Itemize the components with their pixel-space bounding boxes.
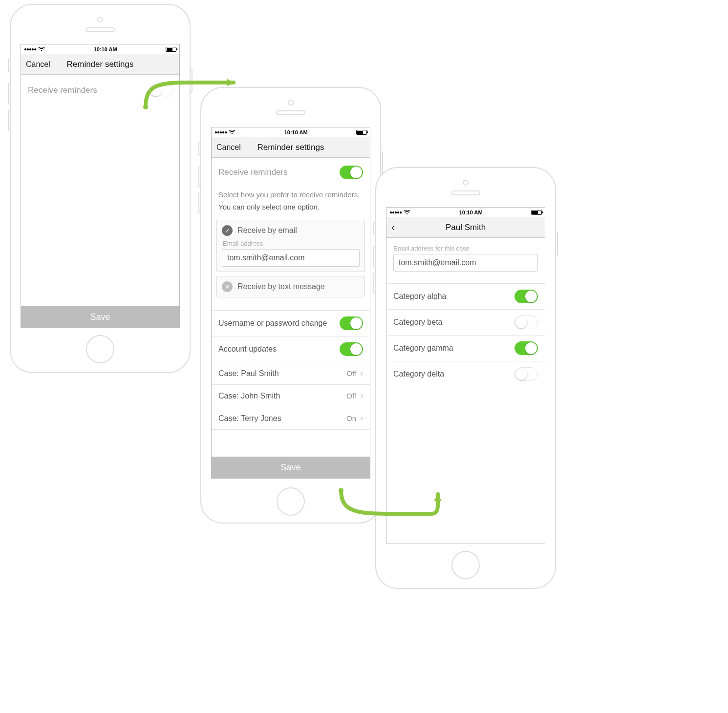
- category-label: Category delta: [393, 370, 444, 378]
- battery-icon: [531, 210, 542, 215]
- category-gamma-toggle[interactable]: [514, 341, 538, 355]
- back-button[interactable]: ‹: [391, 221, 399, 234]
- receive-reminders-row: Receive reminders: [21, 75, 179, 103]
- close-icon: ✕: [222, 281, 233, 292]
- settings-list: Username or password change Account upda…: [212, 310, 370, 430]
- category-label: Category gamma: [393, 344, 453, 353]
- receive-reminders-toggle[interactable]: [340, 166, 363, 179]
- option-sms-title: Receive by text message: [237, 282, 325, 291]
- nav-title: Paul Smith: [386, 223, 545, 232]
- category-row: Category beta: [386, 310, 545, 336]
- signal-dots-icon: ●●●●●: [24, 46, 36, 52]
- toggle-label: Username or password change: [218, 319, 327, 328]
- signal-dots-icon: ●●●●●: [389, 210, 402, 215]
- receive-reminders-toggle[interactable]: [149, 84, 172, 97]
- case-name: Terry Jones: [241, 414, 281, 422]
- phone-frame-2: ●●●●● 10:10 AM Cancel Reminder settings …: [200, 87, 381, 524]
- category-list: Category alpha Category beta Category ga…: [386, 283, 545, 387]
- chevron-right-icon: ›: [360, 391, 363, 401]
- option-email-card[interactable]: ✓ Receive by email Email address: [216, 220, 365, 272]
- status-time: 10:10 AM: [284, 129, 308, 135]
- toggle-account-updates[interactable]: [340, 342, 363, 356]
- home-button[interactable]: [86, 335, 114, 363]
- case-row[interactable]: Case: John Smith Off›: [212, 385, 370, 407]
- wifi-icon: [229, 130, 236, 135]
- signal-dots-icon: ●●●●●: [214, 129, 227, 135]
- case-row[interactable]: Case: Terry Jones On›: [212, 407, 370, 430]
- case-prefix: Case:: [218, 369, 239, 377]
- category-row: Category delta: [386, 361, 545, 387]
- case-name: John Smith: [241, 392, 280, 400]
- receive-reminders-row: Receive reminders: [212, 158, 370, 183]
- email-input[interactable]: [222, 249, 360, 267]
- screen-3: ●●●●● 10:10 AM ‹ Paul Smith Email addres…: [386, 207, 545, 544]
- option-email-title: Receive by email: [237, 226, 297, 235]
- screen-1: ●●●●● 10:10 AM Cancel Reminder settings …: [21, 44, 180, 328]
- receive-reminders-label: Receive reminders: [28, 85, 97, 95]
- category-row: Category gamma: [386, 336, 545, 361]
- case-name: Paul Smith: [241, 369, 278, 377]
- chevron-right-icon: ›: [360, 413, 363, 423]
- case-row[interactable]: Case: Paul Smith Off›: [212, 362, 370, 385]
- status-bar: ●●●●● 10:10 AM: [386, 208, 545, 217]
- status-time: 10:10 AM: [459, 210, 483, 215]
- case-value: On: [346, 414, 356, 422]
- toggle-row-username: Username or password change: [212, 311, 370, 336]
- home-button[interactable]: [277, 487, 305, 516]
- home-button[interactable]: [451, 551, 480, 579]
- save-button[interactable]: Save: [21, 306, 179, 328]
- case-email-label: Email address for this case: [393, 245, 538, 252]
- helper-strong: You can only select one option.: [212, 203, 370, 216]
- cancel-button[interactable]: Cancel: [216, 143, 241, 152]
- case-prefix: Case:: [218, 392, 239, 400]
- toggle-label: Account updates: [218, 345, 277, 354]
- case-value: Off: [346, 392, 356, 400]
- cancel-button[interactable]: Cancel: [26, 60, 50, 69]
- category-label: Category beta: [393, 318, 443, 327]
- email-field-label: Email address: [223, 240, 360, 247]
- category-beta-toggle[interactable]: [514, 315, 538, 329]
- category-alpha-toggle[interactable]: [514, 290, 538, 303]
- toggle-username-change[interactable]: [340, 316, 363, 330]
- phone-frame-1: ●●●●● 10:10 AM Cancel Reminder settings …: [10, 4, 191, 373]
- category-row: Category alpha: [386, 284, 545, 310]
- checkmark-icon: ✓: [222, 225, 233, 236]
- save-button[interactable]: Save: [212, 457, 370, 478]
- case-prefix: Case:: [218, 414, 239, 422]
- wifi-icon: [38, 47, 45, 52]
- toggle-row-account: Account updates: [212, 336, 370, 362]
- nav-bar: Cancel Reminder settings: [21, 54, 179, 75]
- screen-2: ●●●●● 10:10 AM Cancel Reminder settings …: [211, 127, 370, 479]
- receive-reminders-label: Receive reminders: [218, 168, 288, 177]
- status-time: 10:10 AM: [94, 46, 117, 52]
- category-label: Category alpha: [393, 292, 447, 301]
- wifi-icon: [404, 210, 410, 215]
- phone-frame-3: ●●●●● 10:10 AM ‹ Paul Smith Email addres…: [375, 167, 556, 589]
- nav-bar: Cancel Reminder settings: [212, 137, 370, 158]
- category-delta-toggle[interactable]: [514, 367, 538, 381]
- helper-text: Select how you prefer to receive reminde…: [212, 183, 370, 203]
- battery-icon: [356, 130, 367, 135]
- chevron-right-icon: ›: [360, 368, 363, 378]
- case-value: Off: [346, 369, 356, 377]
- battery-icon: [166, 47, 176, 52]
- option-sms-card[interactable]: ✕ Receive by text message: [216, 276, 365, 297]
- case-email-input[interactable]: [393, 254, 538, 272]
- nav-bar: ‹ Paul Smith: [386, 217, 545, 238]
- status-bar: ●●●●● 10:10 AM: [212, 127, 370, 137]
- status-bar: ●●●●● 10:10 AM: [21, 44, 179, 54]
